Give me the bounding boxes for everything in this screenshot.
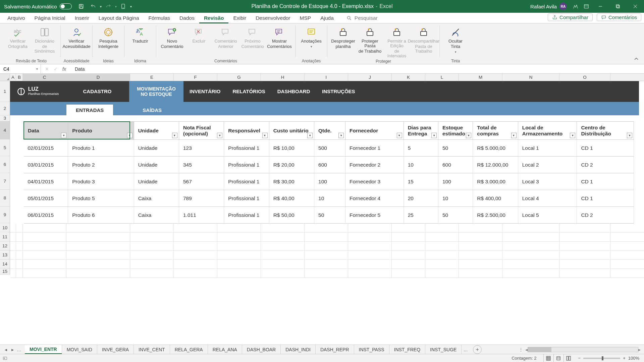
table-cell[interactable]: Caixa [134, 190, 179, 207]
filter-icon[interactable]: ▾ [307, 133, 313, 138]
ribbon-button[interactable]: PesquisaInteligente [95, 25, 121, 50]
table-cell[interactable]: 25 [404, 207, 438, 224]
row-header[interactable]: 2 [0, 102, 10, 115]
zoom-level[interactable]: 100% [628, 356, 639, 361]
ribbon-button[interactable]: あATraduzir [127, 25, 153, 44]
worksheet-tab[interactable]: DASH_BOAR [242, 345, 281, 354]
row-header[interactable]: 9 [0, 206, 10, 223]
row-header[interactable]: 10 [0, 223, 10, 232]
ribbon-tab[interactable]: Revisão [199, 13, 228, 23]
worksheet-tab[interactable]: MOVI_ENTR [25, 345, 62, 354]
view-page-break-icon[interactable] [564, 354, 574, 362]
table-header[interactable]: Dias para Entrega▾ [404, 122, 438, 140]
table-cell[interactable]: Fornecedor 2 [345, 157, 404, 173]
collapse-ribbon-icon[interactable] [633, 55, 640, 63]
autosave-toggle[interactable]: Salvamento Automático [4, 3, 74, 9]
cancel-formula-icon[interactable]: ✕ [45, 66, 49, 72]
table-cell[interactable]: Produto 3 [68, 173, 134, 190]
horizontal-scrollbar[interactable]: ⋮◂▸ [482, 347, 644, 352]
table-cell[interactable]: 5 [404, 140, 438, 157]
table-cell[interactable]: Profissional 1 [224, 190, 269, 207]
table-cell[interactable]: Profissional 1 [224, 140, 269, 157]
worksheet-tab[interactable]: INST_FREQ [389, 345, 426, 354]
table-cell[interactable]: R$ 50,00 [269, 207, 314, 224]
column-header[interactable]: E [130, 74, 174, 81]
tell-me-search[interactable]: Pesquisar [346, 15, 378, 21]
ribbon-tab[interactable]: Desenvolvedor [251, 13, 295, 23]
table-cell[interactable]: 100 [438, 173, 473, 190]
table-cell[interactable]: CD 2 [577, 157, 634, 173]
column-header[interactable]: A [10, 74, 16, 81]
table-cell[interactable]: Profissional 1 [224, 173, 269, 190]
row-header[interactable]: 12 [0, 241, 10, 250]
close-icon[interactable] [627, 0, 644, 13]
row-header[interactable]: 6 [0, 156, 10, 173]
view-normal-icon[interactable] [543, 354, 553, 362]
filter-icon[interactable]: ▾ [61, 133, 66, 138]
fx-icon[interactable]: fx [62, 66, 66, 72]
table-cell[interactable]: Local 3 [518, 173, 577, 190]
column-header[interactable]: C [23, 74, 66, 81]
table-row[interactable]: 03/01/2015Produto 2Unidade345Profissiona… [24, 157, 634, 173]
ribbon-tab[interactable]: Fórmulas [144, 13, 175, 23]
table-cell[interactable]: Local 2 [518, 157, 577, 173]
table-cell[interactable]: 567 [179, 173, 224, 190]
select-all-triangle[interactable] [0, 74, 10, 81]
table-cell[interactable]: 20 [404, 190, 438, 207]
worksheet-tab[interactable]: INVE_CENT [134, 345, 170, 354]
sheet-nav-item[interactable]: INSTRUÇÕES [316, 81, 361, 102]
table-cell[interactable]: R$ 40,00 [269, 190, 314, 207]
toggle-switch-icon[interactable] [60, 3, 72, 9]
ribbon-button[interactable]: Anotações▾ [298, 25, 324, 50]
minimize-icon[interactable] [592, 0, 609, 13]
worksheet-tab[interactable]: DASH_INDI [281, 345, 316, 354]
table-header[interactable]: Responsável▾ [224, 122, 269, 140]
name-box[interactable]: C4 [0, 64, 41, 73]
ribbon-tab[interactable]: Exibir [228, 13, 251, 23]
table-cell[interactable]: R$ 3.000,00 [473, 173, 518, 190]
ribbon-tab[interactable]: MSP [295, 13, 316, 23]
maximize-icon[interactable] [609, 0, 627, 13]
table-cell[interactable]: CD 1 [577, 140, 634, 157]
undo-icon[interactable] [88, 0, 99, 13]
ribbon-button[interactable]: Proteger Pastade Trabalho [357, 25, 383, 54]
table-cell[interactable]: R$ 20,00 [269, 157, 314, 173]
table-cell[interactable]: Produto 6 [68, 207, 134, 224]
table-cell[interactable]: 1.011 [179, 207, 224, 224]
table-cell[interactable]: 15 [404, 173, 438, 190]
filter-icon[interactable]: ▾ [172, 133, 177, 138]
column-header[interactable]: D [66, 74, 130, 81]
touch-mode-icon[interactable] [118, 0, 129, 13]
sheet-nav-item[interactable]: INVENTÁRIO [183, 81, 227, 102]
table-header[interactable]: Local de Armazenamento▾ [518, 122, 577, 140]
worksheet-tab[interactable]: INST_PASS [354, 345, 389, 354]
filter-icon[interactable]: ▾ [466, 133, 471, 138]
sheet-nav-item[interactable]: CADASTRO [65, 81, 129, 102]
column-header[interactable]: F [174, 74, 217, 81]
sheet-nav-item[interactable]: RELATÓRIOS [227, 81, 271, 102]
confirm-formula-icon[interactable]: ✓ [54, 66, 58, 72]
table-cell[interactable]: 345 [179, 157, 224, 173]
table-cell[interactable]: Fornecedor 3 [345, 173, 404, 190]
row-header[interactable]: 14 [0, 259, 10, 268]
table-header[interactable]: Centro de Distribuição▾ [577, 122, 634, 140]
ribbon-button[interactable]: NovoComentário [159, 25, 185, 50]
table-cell[interactable]: CD 1 [577, 190, 634, 207]
table-row[interactable]: 06/01/2015Produto 6Caixa1.011Profissiona… [24, 207, 634, 224]
table-cell[interactable]: 600 [438, 157, 473, 173]
table-cell[interactable]: 50 [314, 207, 345, 224]
row-header[interactable]: 13 [0, 250, 10, 259]
table-header[interactable]: Estoque estimado▾ [438, 122, 473, 140]
table-cell[interactable]: R$ 10,00 [269, 140, 314, 157]
redo-icon[interactable] [103, 0, 114, 13]
table-cell[interactable]: CD 2 [577, 207, 634, 224]
table-cell[interactable]: 03/01/2015 [24, 157, 68, 173]
filter-icon[interactable]: ▾ [511, 133, 517, 138]
table-cell[interactable]: Unidade [134, 173, 179, 190]
column-header[interactable]: H [261, 74, 305, 81]
table-cell[interactable]: 123 [179, 140, 224, 157]
row-header[interactable]: 7 [0, 173, 10, 190]
worksheet-tab[interactable]: INVE_GERA [97, 345, 134, 354]
ribbon-tab[interactable]: Layout da Página [94, 13, 144, 23]
filter-icon[interactable]: ▾ [262, 133, 268, 138]
